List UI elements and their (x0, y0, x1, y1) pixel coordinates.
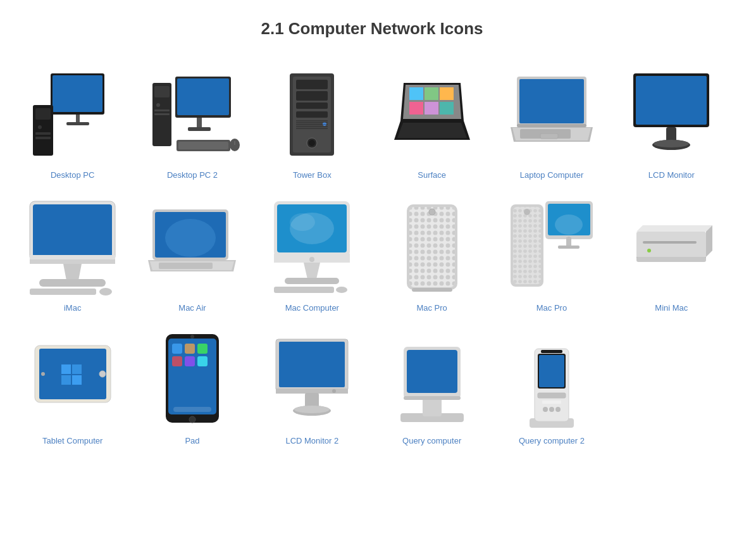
svg-rect-7 (35, 132, 51, 135)
svg-point-6 (38, 125, 42, 129)
icon-cell-tower-box[interactable]: Tower Box (252, 58, 372, 184)
icon-cell-query-computer[interactable]: Query computer (372, 323, 492, 450)
icon-grid: Desktop PC (0, 51, 744, 456)
svg-point-134 (294, 406, 330, 413)
svg-rect-41 (425, 87, 438, 100)
svg-rect-125 (197, 356, 208, 366)
svg-point-147 (543, 407, 548, 412)
icon-cell-mac-computer[interactable]: Mac Computer (252, 190, 372, 317)
svg-rect-62 (30, 259, 115, 264)
mac-pro-2-label: Mac Pro (536, 303, 567, 314)
svg-rect-86 (409, 207, 455, 287)
svg-rect-10 (154, 86, 170, 97)
svg-rect-138 (407, 350, 457, 393)
icon-cell-surface[interactable]: Surface (372, 58, 492, 184)
mac-computer-icon (268, 197, 356, 298)
tower-box-label: Tower Box (293, 170, 332, 181)
icon-cell-lcd-monitor-2[interactable]: LCD Monitor 2 (252, 323, 372, 450)
icon-cell-mac-pro[interactable]: Mac Pro (372, 190, 492, 317)
pad-icon (148, 330, 237, 431)
svg-rect-42 (440, 87, 454, 100)
pad-label: Pad (185, 436, 199, 447)
svg-rect-15 (177, 78, 229, 115)
page-title: 2.1 Computer Network Icons (0, 0, 744, 51)
svg-rect-47 (519, 79, 584, 123)
svg-rect-145 (538, 393, 566, 398)
icon-cell-query-computer-2[interactable]: Query computer 2 (492, 323, 611, 450)
mac-pro-2-icon (507, 197, 596, 298)
icon-cell-lcd-monitor[interactable]: LCD Monitor (612, 58, 731, 184)
surface-label: Surface (418, 170, 446, 181)
mac-air-label: Mac Air (178, 303, 206, 314)
mac-pro-label: Mac Pro (416, 303, 447, 314)
svg-rect-3 (66, 122, 89, 125)
svg-rect-64 (39, 279, 106, 287)
svg-rect-54 (636, 76, 707, 125)
query-computer-label: Query computer (402, 436, 461, 447)
icon-cell-mini-mac[interactable]: Mini Mac (612, 190, 731, 317)
svg-rect-5 (35, 108, 51, 120)
svg-rect-81 (274, 287, 334, 293)
icon-cell-desktop-pc[interactable]: Desktop PC (13, 58, 132, 184)
tower-box-icon (268, 64, 356, 165)
svg-rect-26 (296, 103, 328, 109)
svg-point-114 (99, 371, 106, 377)
icon-cell-mac-pro-2[interactable]: Mac Pro (492, 190, 611, 317)
svg-marker-79 (304, 263, 320, 279)
svg-rect-12 (154, 109, 170, 111)
svg-rect-40 (409, 87, 423, 100)
svg-rect-144 (539, 355, 564, 387)
svg-rect-122 (197, 344, 208, 354)
svg-point-76 (290, 213, 315, 231)
svg-rect-25 (296, 91, 328, 101)
svg-rect-106 (636, 257, 706, 262)
svg-rect-104 (643, 241, 697, 244)
icon-cell-tablet-computer[interactable]: Tablet Computer (13, 323, 132, 450)
svg-rect-110 (61, 364, 71, 374)
svg-rect-27 (296, 111, 328, 118)
svg-rect-45 (440, 102, 454, 115)
icon-cell-imac[interactable]: iMac (13, 190, 132, 317)
svg-point-148 (549, 407, 554, 412)
icon-cell-mac-air[interactable]: Mac Air (132, 190, 252, 317)
svg-rect-146 (542, 401, 561, 404)
svg-rect-112 (61, 375, 71, 385)
svg-rect-43 (409, 102, 423, 115)
svg-rect-88 (412, 288, 452, 292)
mac-air-icon (148, 197, 237, 298)
surface-icon (388, 64, 476, 165)
icon-cell-laptop-computer[interactable]: Laptop Computer (492, 58, 611, 184)
svg-point-82 (336, 287, 347, 293)
svg-rect-129 (279, 342, 345, 387)
laptop-computer-label: Laptop Computer (520, 170, 583, 181)
svg-rect-124 (185, 356, 195, 366)
svg-rect-111 (72, 364, 82, 374)
icon-cell-pad[interactable]: Pad (132, 323, 252, 450)
svg-rect-24 (296, 80, 328, 89)
svg-rect-8 (35, 137, 51, 139)
svg-rect-94 (558, 246, 580, 249)
svg-point-105 (647, 249, 651, 252)
svg-point-118 (190, 335, 194, 339)
imac-label: iMac (64, 303, 81, 314)
mini-mac-icon (627, 197, 716, 298)
imac-icon (28, 197, 117, 298)
lcd-monitor-2-icon (268, 330, 356, 431)
svg-point-57 (654, 140, 689, 147)
svg-rect-1 (53, 75, 102, 112)
svg-point-78 (309, 257, 314, 262)
svg-rect-150 (541, 350, 562, 353)
svg-rect-19 (178, 142, 228, 149)
mac-pro-icon (388, 197, 476, 298)
tablet-computer-icon (28, 330, 117, 431)
icon-cell-desktop-pc-2[interactable]: Desktop PC 2 (132, 58, 252, 184)
svg-rect-139 (404, 396, 461, 400)
svg-rect-48 (517, 124, 586, 127)
desktop-pc-2-label: Desktop PC 2 (167, 170, 218, 181)
svg-point-69 (165, 219, 216, 257)
svg-rect-60 (33, 204, 112, 257)
svg-point-149 (555, 407, 561, 412)
desktop-pc-label: Desktop PC (51, 170, 94, 181)
mac-computer-label: Mac Computer (285, 303, 339, 314)
svg-marker-63 (63, 264, 82, 280)
